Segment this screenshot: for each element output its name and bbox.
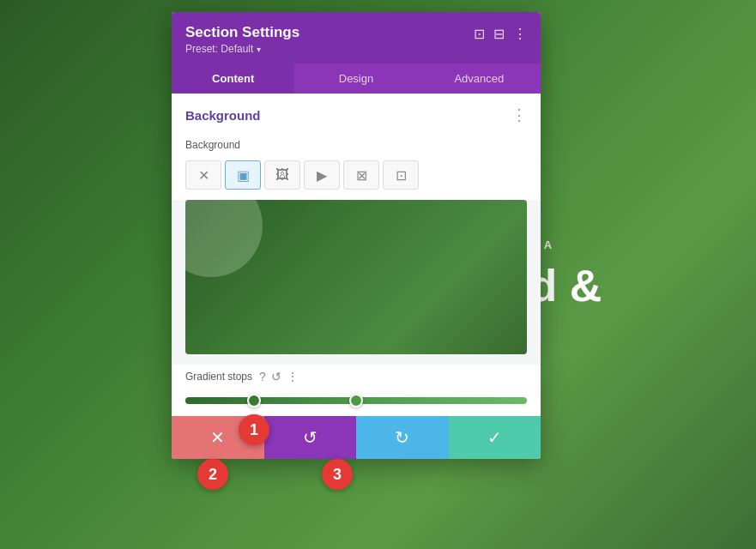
panel-header: Section Settings Preset: Default ▾ ⊡ ⊟ ⋮ — [172, 12, 541, 63]
gradient-stops-label: Gradient stops — [185, 371, 252, 383]
mask-background-icon: ⊡ — [396, 167, 407, 184]
section-settings-panel: Section Settings Preset: Default ▾ ⊡ ⊟ ⋮… — [172, 12, 541, 459]
cancel-icon: ✕ — [210, 427, 225, 448]
bg-type-none[interactable]: ✕ — [185, 160, 221, 190]
video-background-icon: ▶ — [317, 167, 327, 184]
columns-icon[interactable]: ⊟ — [493, 26, 505, 42]
tab-advanced[interactable]: Advanced — [418, 63, 541, 94]
image-background-icon: 🖼 — [275, 167, 289, 183]
circle-three: 3 — [322, 459, 353, 490]
bg-type-pattern[interactable]: ⊠ — [343, 160, 379, 190]
undo-button[interactable]: ↺ — [264, 416, 357, 459]
panel-title: Section Settings — [185, 24, 299, 41]
gradient-slider-row — [172, 387, 541, 416]
section-header: Background ⋮ — [172, 94, 541, 133]
save-button[interactable]: ✓ — [449, 416, 541, 459]
tab-design[interactable]: Design — [294, 63, 417, 94]
section-more-icon[interactable]: ⋮ — [511, 106, 527, 124]
bg-label-row: Background — [172, 133, 541, 157]
gradient-stop-2[interactable] — [349, 394, 363, 407]
circle-one: 1 — [239, 414, 269, 445]
background-label: Background — [185, 139, 240, 151]
gradient-more-icon[interactable]: ⋮ — [287, 370, 299, 383]
background-section-title: Background — [185, 108, 261, 123]
gradient-help-icon[interactable]: ? — [259, 370, 266, 383]
expand-icon[interactable]: ⊡ — [474, 26, 485, 42]
circle-two: 2 — [197, 459, 228, 490]
more-icon[interactable]: ⋮ — [513, 26, 527, 42]
no-background-icon: ✕ — [198, 167, 209, 184]
panel-preset[interactable]: Preset: Default ▾ — [185, 43, 299, 55]
preset-arrow-icon: ▾ — [257, 45, 261, 54]
color-preview-box[interactable] — [185, 200, 527, 354]
panel-header-left: Section Settings Preset: Default ▾ — [185, 24, 299, 55]
redo-icon: ↻ — [395, 427, 409, 448]
gradient-reset-icon[interactable]: ↺ — [271, 370, 281, 383]
undo-icon: ↺ — [303, 427, 318, 448]
checkmark-icon: ✓ — [487, 427, 502, 448]
bg-type-video[interactable]: ▶ — [304, 160, 340, 190]
color-preview-circle — [185, 200, 263, 277]
bg-type-color[interactable]: ▣ — [225, 160, 261, 190]
panel-header-icons: ⊡ ⊟ ⋮ — [474, 26, 527, 42]
color-background-icon: ▣ — [237, 167, 250, 184]
pattern-background-icon: ⊠ — [356, 167, 367, 184]
redo-button[interactable]: ↻ — [356, 416, 449, 459]
gradient-stop-1[interactable] — [247, 394, 261, 407]
bg-type-row: ✕ ▣ 🖼 ▶ ⊠ ⊡ — [172, 157, 541, 200]
bg-type-mask[interactable]: ⊡ — [383, 160, 419, 190]
gradient-stops-row: Gradient stops ? ↺ ⋮ — [172, 365, 541, 387]
panel-body: Background ⋮ Background ✕ ▣ 🖼 ▶ ⊠ — [172, 94, 541, 416]
panel-footer: ✕ ↺ ↻ ✓ — [172, 416, 541, 459]
gradient-stops-icons: ? ↺ ⋮ — [259, 370, 299, 383]
panel-tabs: Content Design Advanced — [172, 63, 541, 94]
bg-type-image[interactable]: 🖼 — [264, 160, 300, 190]
gradient-slider-track[interactable] — [185, 397, 527, 404]
tab-content[interactable]: Content — [172, 63, 294, 94]
